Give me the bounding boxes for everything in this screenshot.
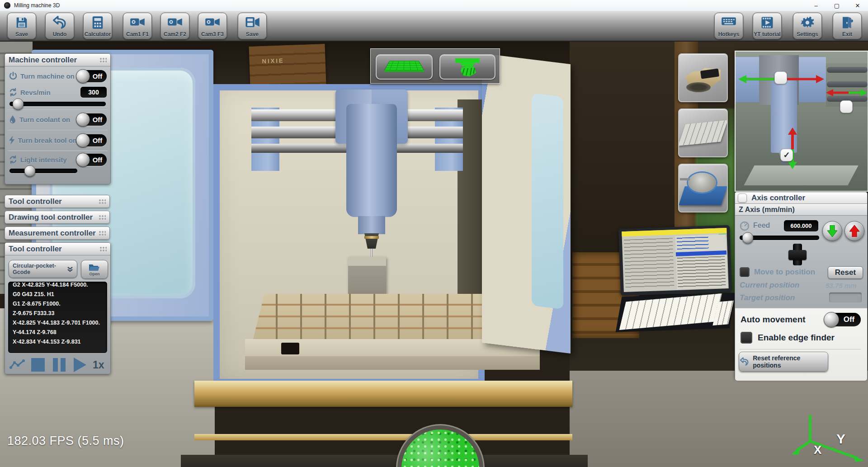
- y-axis-checkbox[interactable]: [840, 100, 853, 113]
- scene-table-slot: [281, 343, 299, 354]
- keyboard-icon: [715, 16, 743, 27]
- gcode-select-dropdown[interactable]: Circular-pocket-Gcode: [9, 260, 77, 278]
- z-axis-checkbox-checked[interactable]: ✓: [780, 149, 793, 161]
- feed-value-box[interactable]: 600.000: [784, 220, 818, 231]
- gcode-line: Z-9.675 F333.33: [13, 309, 103, 318]
- measurement-controller-header[interactable]: Measurement controller: [5, 226, 110, 240]
- maximize-button[interactable]: ▢: [826, 0, 847, 11]
- thumbnail-fixture-plate[interactable]: [678, 108, 728, 157]
- reset-position-button[interactable]: Reset: [828, 266, 863, 279]
- auto-movement-state: Off: [839, 315, 861, 324]
- cam2-button[interactable]: Cam2 F2: [160, 13, 189, 39]
- machine-on-label: Turn machine on: [20, 72, 75, 80]
- chevron-down-icon: [67, 266, 73, 272]
- target-position-label: Target position: [740, 293, 795, 302]
- scene-brass-strip-2: [194, 434, 572, 440]
- axis-panel-checkbox[interactable]: [738, 193, 747, 203]
- gcode-line: G2 X-42.825 Y-44.184 F5000.: [13, 282, 103, 290]
- break-tool-state: Off: [90, 137, 107, 144]
- undo-button[interactable]: Undo: [45, 13, 74, 39]
- yt-tutorial-button[interactable]: YT tutorial: [753, 13, 782, 39]
- settings-button[interactable]: Settings: [793, 13, 822, 39]
- axis-controller-header[interactable]: Axis controller: [735, 192, 867, 204]
- calculator-icon: [84, 16, 112, 29]
- target-position-input[interactable]: [829, 292, 862, 302]
- light-slider-knob[interactable]: [24, 165, 36, 177]
- cam2-button-label: Cam2 F2: [164, 31, 186, 39]
- tool-controller-collapsed-header[interactable]: Tool controller: [5, 195, 110, 208]
- feed-slider-knob[interactable]: [742, 232, 753, 244]
- break-tool-toggle[interactable]: Off: [77, 134, 107, 146]
- panel-grip-icon: [99, 231, 106, 236]
- title-bar: Milling machine 3D – ▢ ✕: [0, 0, 868, 11]
- panel-grip-icon: [99, 199, 106, 204]
- x-axis-checkbox[interactable]: [774, 71, 787, 84]
- scene-brass-band: [194, 381, 572, 407]
- monitor-blue-text: [677, 236, 709, 249]
- revs-slider[interactable]: [9, 102, 106, 106]
- z-jog-handle[interactable]: [788, 250, 807, 260]
- measurement-controller-title: Measurement controller: [9, 229, 96, 238]
- main-toolbar: Save Undo Calculator Cam1 F1 Cam2 F2: [0, 11, 868, 42]
- edge-finder-checkbox[interactable]: [741, 332, 752, 344]
- video-camera-icon: [161, 16, 189, 28]
- exit-button[interactable]: Exit: [833, 13, 862, 39]
- revs-cycle-icon: [9, 88, 18, 97]
- stop-button[interactable]: [31, 358, 45, 372]
- mini-rail-bar1: [827, 67, 868, 73]
- play-button[interactable]: [74, 358, 86, 372]
- revs-slider-knob[interactable]: [13, 99, 24, 110]
- light-state: Off: [90, 156, 107, 164]
- scene-right-door-glass: [532, 93, 563, 310]
- machine-controller-header[interactable]: Machine controller: [5, 54, 110, 66]
- drawing-tool-controller-header[interactable]: Drawing tool controller: [5, 211, 110, 224]
- scene-cnc-monitor: [618, 225, 734, 334]
- feed-label: Feed: [753, 222, 770, 230]
- playback-speed-label[interactable]: 1x: [93, 359, 104, 371]
- revs-value-box[interactable]: 300: [80, 87, 107, 98]
- move-to-position-checkbox[interactable]: [740, 267, 750, 277]
- mini-table: [744, 165, 858, 185]
- cam1-button[interactable]: Cam1 F1: [123, 13, 152, 39]
- light-toggle[interactable]: Off: [77, 154, 107, 166]
- spindle-view-button[interactable]: [439, 54, 495, 80]
- cam3-button[interactable]: Cam3 F3: [198, 13, 227, 39]
- reset-reference-button[interactable]: Reset reference positions: [739, 352, 828, 372]
- toggle-knob: [76, 113, 90, 127]
- machine-on-toggle[interactable]: Off: [77, 70, 107, 82]
- move-to-position-label: Move to position: [754, 268, 815, 277]
- z-axis-header: Z Axis (mm/min): [735, 204, 867, 216]
- jog-down-button[interactable]: [822, 221, 842, 241]
- toolpath-chart-icon[interactable]: [9, 359, 25, 371]
- toggle-knob: [76, 153, 90, 167]
- axis-selector-view[interactable]: ✓: [735, 51, 868, 192]
- close-button[interactable]: ✕: [847, 0, 868, 11]
- jog-up-button[interactable]: [844, 221, 864, 241]
- minimize-button[interactable]: –: [806, 0, 826, 11]
- gizmo-x-label: X: [814, 443, 821, 457]
- z-axis-arrows[interactable]: [786, 127, 799, 169]
- scene-spindle-neck: [358, 216, 385, 234]
- table-view-button[interactable]: [376, 54, 433, 80]
- save-button[interactable]: Save: [7, 13, 36, 39]
- feed-slider[interactable]: [740, 236, 819, 240]
- thumbnail-vise-tool[interactable]: [678, 53, 728, 102]
- panel-grip-icon: [99, 246, 107, 252]
- coolant-toggle[interactable]: Off: [77, 113, 107, 126]
- revs-row: Revs/min 300: [5, 85, 110, 99]
- tool-controller-header[interactable]: Tool controller: [5, 243, 110, 255]
- light-label: Light intensity: [20, 156, 67, 164]
- calculator-button[interactable]: Calculator: [83, 13, 112, 39]
- light-slider[interactable]: [9, 169, 77, 173]
- auto-movement-toggle[interactable]: Off: [825, 313, 861, 326]
- save-screenshot-button[interactable]: Save: [238, 13, 267, 39]
- thumbnail-rotary-table[interactable]: [678, 164, 728, 212]
- auto-movement-section: Auto movement Off Enable edge finder Res…: [735, 308, 867, 381]
- pause-button[interactable]: [53, 358, 68, 372]
- hotkeys-button[interactable]: Hotkeys: [714, 13, 743, 39]
- save-button-label: Save: [15, 31, 28, 39]
- gcode-listing[interactable]: G2 X-42.825 Y-44.184 F5000. G0 G43 Z15. …: [8, 282, 107, 353]
- open-gcode-button[interactable]: Open: [81, 260, 108, 279]
- undo-arrow-icon: [46, 16, 74, 29]
- y-axis-arrows[interactable]: [826, 88, 868, 98]
